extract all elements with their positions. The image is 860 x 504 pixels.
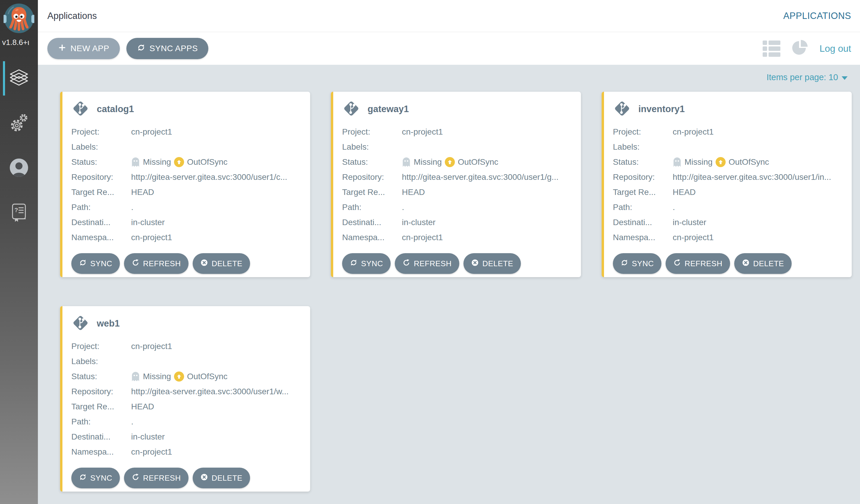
app-card-catalog1[interactable]: catalog1 Project: cn-project1 Labels: St… bbox=[60, 92, 310, 277]
field-label: Target Re... bbox=[342, 188, 402, 197]
field-label: Labels: bbox=[613, 142, 673, 152]
field-label: Status: bbox=[342, 157, 402, 167]
field-row-destination: Destinati... in-cluster bbox=[71, 215, 302, 230]
sync-apps-button[interactable]: SYNC APPS bbox=[126, 38, 208, 59]
card-header: catalog1 bbox=[71, 100, 302, 118]
refresh-icon bbox=[132, 473, 139, 483]
outofsync-icon bbox=[174, 157, 184, 167]
refresh-button[interactable]: REFRESH bbox=[395, 253, 459, 274]
field-label: Namespa... bbox=[71, 447, 131, 457]
argocd-logo[interactable] bbox=[3, 3, 34, 34]
sync-icon bbox=[79, 473, 87, 483]
sync-button[interactable]: SYNC bbox=[613, 253, 661, 274]
delete-button[interactable]: DELETE bbox=[463, 253, 521, 274]
app-name: gateway1 bbox=[368, 104, 409, 115]
new-app-button[interactable]: NEW APP bbox=[47, 38, 120, 59]
content-area: Items per page: 10 catalog1 bbox=[38, 65, 860, 504]
top-header: Applications APPLICATIONS bbox=[38, 0, 860, 32]
field-label: Path: bbox=[342, 203, 402, 212]
sync-status-text: OutOfSync bbox=[458, 157, 498, 167]
card-header: inventory1 bbox=[613, 100, 843, 118]
grid-view-icon[interactable] bbox=[736, 41, 752, 57]
field-value: http://gitea-server.gitea.svc:3000/user1… bbox=[673, 173, 831, 182]
sync-button[interactable]: SYNC bbox=[71, 468, 120, 488]
field-value: cn-project1 bbox=[131, 127, 172, 137]
app-card-inventory1[interactable]: inventory1 Project: cn-project1 Labels: … bbox=[602, 92, 852, 277]
refresh-label: REFRESH bbox=[143, 474, 181, 483]
status-value: Missing OutOfSync bbox=[131, 371, 228, 382]
delete-button[interactable]: DELETE bbox=[734, 253, 792, 274]
sync-button[interactable]: SYNC bbox=[342, 253, 391, 274]
field-row-repository: Repository: http://gitea-server.gitea.sv… bbox=[71, 384, 302, 399]
field-value: HEAD bbox=[131, 188, 154, 197]
status-value: Missing OutOfSync bbox=[131, 157, 228, 167]
health-status-text: Missing bbox=[414, 157, 442, 167]
field-label: Labels: bbox=[342, 142, 402, 152]
sidebar-nav: ? bbox=[0, 62, 38, 230]
field-row-labels: Labels: bbox=[613, 139, 843, 154]
delete-label: DELETE bbox=[212, 259, 242, 268]
pie-view-icon[interactable] bbox=[791, 40, 809, 57]
git-icon bbox=[72, 100, 89, 118]
field-row-project: Project: cn-project1 bbox=[613, 124, 843, 139]
field-label: Destinati... bbox=[71, 218, 131, 227]
field-label: Repository: bbox=[71, 387, 131, 396]
field-label: Namespa... bbox=[71, 233, 131, 242]
delete-icon bbox=[200, 259, 208, 269]
outofsync-icon bbox=[445, 157, 455, 167]
git-icon bbox=[614, 100, 631, 118]
field-row-destination: Destinati... in-cluster bbox=[71, 429, 302, 444]
field-row-project: Project: cn-project1 bbox=[71, 339, 302, 354]
gear-icon bbox=[10, 114, 28, 133]
sync-status-text: OutOfSync bbox=[187, 157, 228, 167]
field-label: Path: bbox=[71, 203, 131, 212]
sync-status-text: OutOfSync bbox=[729, 157, 769, 167]
field-row-destination: Destinati... in-cluster bbox=[613, 215, 843, 230]
delete-button[interactable]: DELETE bbox=[193, 468, 250, 488]
toolbar: NEW APP SYNC APPS bbox=[38, 32, 860, 65]
field-label: Status: bbox=[71, 372, 131, 381]
field-row-target-revision: Target Re... HEAD bbox=[613, 184, 843, 199]
field-value: HEAD bbox=[673, 188, 696, 197]
field-value: HEAD bbox=[402, 188, 425, 197]
delete-icon bbox=[471, 259, 479, 269]
field-row-namespace: Namespa... cn-project1 bbox=[342, 230, 573, 245]
outofsync-icon bbox=[174, 371, 184, 382]
field-row-target-revision: Target Re... HEAD bbox=[71, 399, 302, 414]
refresh-button[interactable]: REFRESH bbox=[124, 253, 188, 274]
logout-link[interactable]: Log out bbox=[819, 43, 851, 54]
field-label: Status: bbox=[71, 157, 131, 167]
field-value: cn-project1 bbox=[131, 342, 172, 351]
field-row-project: Project: cn-project1 bbox=[71, 124, 302, 139]
field-label: Namespa... bbox=[342, 233, 402, 242]
field-label: Repository: bbox=[71, 173, 131, 182]
sidebar-item-help[interactable]: ? bbox=[0, 197, 38, 230]
items-per-page-dropdown[interactable]: Items per page: 10 bbox=[60, 73, 852, 82]
app-card-gateway1[interactable]: gateway1 Project: cn-project1 Labels: St… bbox=[331, 92, 581, 277]
refresh-button[interactable]: REFRESH bbox=[124, 468, 188, 488]
sidebar-item-applications[interactable] bbox=[0, 62, 38, 95]
sync-label: SYNC bbox=[90, 474, 112, 483]
refresh-label: REFRESH bbox=[414, 259, 452, 268]
field-label: Repository: bbox=[342, 173, 402, 182]
sidebar-item-user[interactable] bbox=[0, 152, 38, 185]
field-row-namespace: Namespa... cn-project1 bbox=[71, 230, 302, 245]
field-label: Repository: bbox=[613, 173, 673, 182]
delete-button[interactable]: DELETE bbox=[193, 253, 250, 274]
field-row-labels: Labels: bbox=[342, 139, 573, 154]
field-value: HEAD bbox=[131, 402, 154, 412]
list-view-icon[interactable] bbox=[763, 41, 780, 57]
field-label: Status: bbox=[613, 157, 673, 167]
field-value: in-cluster bbox=[402, 218, 435, 227]
field-row-destination: Destinati... in-cluster bbox=[342, 215, 573, 230]
sidebar-item-settings[interactable] bbox=[0, 107, 38, 140]
status-value: Missing OutOfSync bbox=[673, 157, 769, 167]
refresh-label: REFRESH bbox=[143, 259, 181, 268]
field-label: Namespa... bbox=[613, 233, 673, 242]
sync-button[interactable]: SYNC bbox=[71, 253, 120, 274]
refresh-button[interactable]: REFRESH bbox=[665, 253, 730, 274]
field-label: Destinati... bbox=[342, 218, 402, 227]
refresh-icon bbox=[673, 259, 681, 269]
app-card-web1[interactable]: web1 Project: cn-project1 Labels: Status… bbox=[60, 306, 310, 492]
field-value: . bbox=[131, 417, 133, 427]
